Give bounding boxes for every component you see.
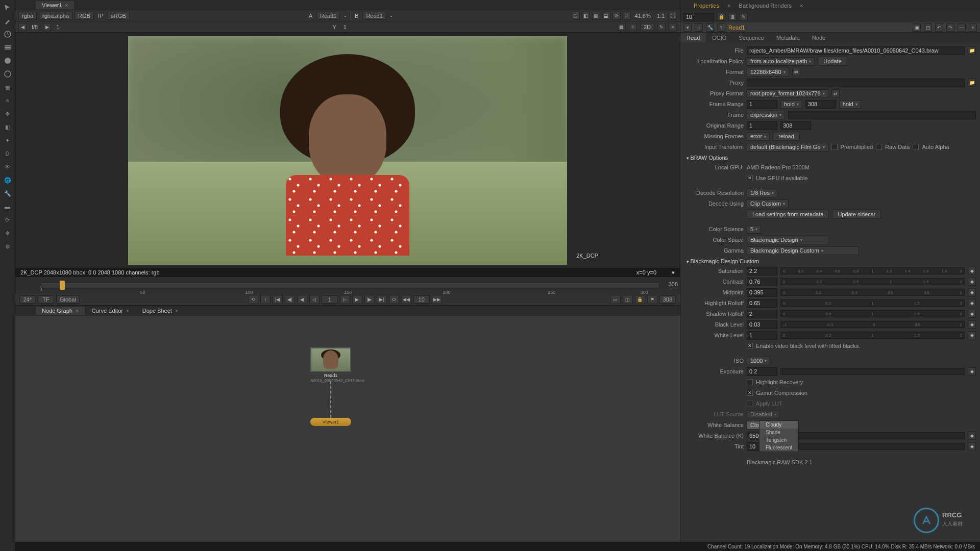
step-back-button[interactable]: ◁ [309, 295, 320, 304]
file-input[interactable]: rojects_Amber/BMRAW/braw files/demo_file… [747, 46, 965, 55]
channel-dropdown[interactable]: rgba [18, 12, 37, 20]
orig-end-input[interactable]: 308 [780, 121, 811, 130]
bdc-section[interactable]: Blackmagic Design Custom [684, 258, 976, 264]
next-frame-icon[interactable]: ▶ [43, 23, 51, 31]
braw-section[interactable]: BRAW Options [684, 155, 976, 161]
fstop-label[interactable]: f/8 [30, 23, 40, 31]
anim-icon[interactable]: ◆ [968, 442, 976, 450]
timeline[interactable]: 1 50 100 150 200 250 300 308 [15, 277, 680, 293]
range-dropdown[interactable]: Global [56, 295, 80, 304]
in-point-button[interactable]: I [260, 295, 271, 304]
viewer-node[interactable]: Viewer1 [310, 418, 351, 426]
anim-icon[interactable]: ◆ [968, 367, 976, 375]
skip-value[interactable]: 10 [413, 295, 430, 304]
input-transform-dropdown[interactable]: default (Blackmagic Film Ge [747, 143, 828, 152]
menu-icon[interactable]: ≡ [669, 23, 677, 31]
format-dropdown[interactable]: 12288x6480 [747, 68, 789, 77]
frame-nav[interactable]: 1 [54, 23, 61, 31]
help-icon[interactable]: ? [717, 23, 725, 32]
fit-icon[interactable]: ⛶ [669, 12, 677, 20]
next-key-button[interactable]: |▶ [364, 295, 375, 304]
spark-icon[interactable]: ✦ [3, 136, 12, 145]
lock-icon[interactable]: 🔒 [717, 13, 725, 21]
wb-option-shade[interactable]: Shade [760, 429, 798, 436]
proxy-input[interactable] [747, 79, 965, 87]
zoom-value[interactable]: 41.6% [633, 12, 653, 19]
circle-icon[interactable] [3, 69, 12, 79]
node-connection[interactable] [330, 381, 331, 418]
viewer-canvas[interactable]: 2K_DCP [15, 33, 680, 268]
frame-dropdown[interactable]: expression [747, 111, 785, 119]
last-frame-button[interactable]: ▶| [377, 295, 387, 304]
prev-frame-icon[interactable]: ◀ [18, 23, 27, 31]
subtab-read[interactable]: Read [680, 33, 706, 42]
color-science-dropdown[interactable]: 5 [747, 225, 761, 234]
sync-icon[interactable]: ⟲ [248, 295, 258, 304]
timeline-playhead[interactable] [60, 281, 65, 290]
ratio-value[interactable]: 1:1 [655, 12, 667, 19]
out-point-button[interactable]: O [389, 295, 399, 304]
decode-using-dropdown[interactable]: Clip Custom [747, 199, 789, 208]
bounce-icon[interactable]: ◫ [623, 295, 633, 304]
white-level-input[interactable]: 1 [747, 331, 777, 340]
read-node[interactable]: Read1 A0010_06050642_C043.braw [310, 347, 351, 383]
hold-before-dropdown[interactable]: hold [780, 100, 802, 109]
frame-start-input[interactable]: 1 [747, 100, 777, 109]
y-value[interactable]: 1 [341, 23, 349, 31]
timecode-toggle[interactable]: TF [38, 295, 54, 304]
wb-option-cloudy[interactable]: Cloudy [760, 421, 798, 429]
skip-fwd-button[interactable]: ▶▶ [432, 295, 442, 304]
sh-rolloff-input[interactable]: 2 [747, 310, 777, 318]
mode-dropdown[interactable]: 2D [640, 23, 654, 31]
close-icon[interactable]: × [126, 308, 129, 314]
prev-key-button[interactable]: ◀| [285, 295, 295, 304]
frame-end-input[interactable]: 308 [805, 100, 836, 109]
skip-back-button[interactable]: ◀◀ [401, 295, 411, 304]
node-icon[interactable]: 🔧 [706, 23, 714, 32]
display-dropdown[interactable]: sRGB [107, 12, 129, 20]
exposure-input[interactable]: 0.2 [747, 367, 777, 376]
frame-expression-input[interactable] [788, 111, 976, 119]
video-black-checkbox[interactable]: ✕ [747, 343, 753, 349]
pencil-icon[interactable]: ✎ [657, 23, 666, 31]
autoalpha-checkbox[interactable] [913, 144, 919, 150]
anim-icon[interactable]: ◆ [968, 299, 976, 307]
split-icon[interactable]: ◧ [582, 12, 590, 20]
localization-dropdown[interactable]: from auto-localize path [747, 57, 815, 66]
b-node-dropdown[interactable]: Read1 [362, 12, 386, 20]
gear-icon[interactable]: ⚙ [3, 242, 12, 251]
wbk-slider[interactable] [780, 432, 965, 439]
tab-bg-renders[interactable]: Background Renders [733, 1, 798, 10]
decode-res-dropdown[interactable]: 1/8 Res [747, 189, 777, 197]
alpha-dropdown[interactable]: rgba.alpha [39, 12, 72, 20]
circle-icon[interactable]: ○ [695, 23, 703, 32]
proxy-icon[interactable]: ⬓ [602, 12, 610, 20]
pause-icon[interactable]: ⏸ [623, 12, 631, 20]
expand-icon[interactable]: ▾ [683, 23, 692, 32]
float-icon[interactable]: ◰ [924, 23, 932, 32]
saturation-slider[interactable]: 00.20.40.60.811.21.41.61.82 [780, 267, 965, 274]
info-menu-icon[interactable]: ▾ [672, 269, 675, 276]
bin-count[interactable]: 10 [683, 13, 714, 21]
black-level-input[interactable]: 0.03 [747, 320, 777, 329]
anim-icon[interactable]: ◆ [968, 331, 976, 339]
tint-slider[interactable] [780, 443, 965, 450]
saturation-input[interactable]: 2.2 [747, 267, 777, 276]
rawdata-checkbox[interactable] [876, 144, 882, 150]
contrast-input[interactable]: 0.76 [747, 278, 777, 286]
proxy-format-dropdown[interactable]: root.proxy_format 1024x778 [747, 89, 828, 98]
update-sidecar-button[interactable]: Update sidecar [832, 210, 881, 219]
lock-icon[interactable]: 🔒 [635, 295, 645, 304]
hl-rolloff-slider[interactable]: 00.511.52 [780, 299, 965, 307]
hold-after-dropdown[interactable]: hold [839, 100, 861, 109]
tab-dope-sheet[interactable]: Dope Sheet× [136, 307, 184, 315]
viewer-tab[interactable]: Viewer1 × [36, 1, 74, 9]
subtab-ocio[interactable]: OCIO [706, 33, 732, 42]
eye-icon[interactable]: 👁 [3, 162, 12, 171]
pointer-icon[interactable] [3, 3, 12, 12]
orig-start-input[interactable]: 1 [747, 121, 777, 130]
trash-icon[interactable]: 🗑 [728, 13, 737, 21]
load-settings-button[interactable]: Load settings from metadata [747, 210, 829, 219]
colorspace-dropdown[interactable]: RGB [75, 12, 94, 20]
guide-icon[interactable]: ✧ [629, 23, 637, 31]
